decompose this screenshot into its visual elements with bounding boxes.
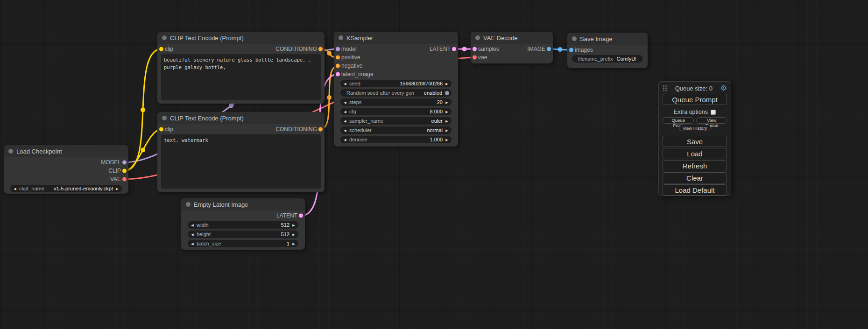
collapse-dot-icon[interactable] (162, 35, 167, 40)
output-dot-conditioning[interactable] (318, 47, 323, 51)
node-title-bar[interactable]: VAE Decode (471, 32, 553, 44)
arrow-left-icon[interactable]: ◀ (343, 138, 347, 141)
arrow-right-icon[interactable]: ▶ (291, 233, 296, 236)
collapse-dot-icon[interactable] (339, 35, 343, 40)
input-dot-vae[interactable] (473, 56, 477, 60)
node-title-bar[interactable]: Empty Latent Image (181, 198, 305, 210)
drag-handle-icon[interactable] (663, 85, 667, 91)
input-dot-clip[interactable] (159, 47, 163, 51)
node-load-checkpoint[interactable]: Load Checkpoint MODEL CLIP VAE ◀ ckpt_na… (4, 145, 128, 194)
widget-scheduler[interactable]: ◀ scheduler normal ▶ (340, 126, 452, 134)
arrow-left-icon[interactable]: ◀ (190, 224, 195, 227)
widget-filename-prefix[interactable]: filename_prefix ComfyUI (572, 55, 643, 63)
output-dot-image[interactable] (547, 47, 551, 51)
collapse-dot-icon[interactable] (475, 35, 480, 40)
node-ksampler[interactable]: KSampler model LATENT positive negative … (334, 32, 458, 147)
arrow-left-icon[interactable]: ◀ (343, 101, 347, 104)
output-slot-model: MODEL (4, 158, 128, 167)
arrow-left-icon[interactable]: ◀ (343, 119, 347, 123)
arrow-left-icon[interactable]: ◀ (190, 242, 195, 245)
arrow-right-icon[interactable]: ▶ (291, 224, 296, 227)
output-label-conditioning: CONDITIONING (275, 46, 317, 52)
widget-label: Random seed after every gen (346, 90, 414, 96)
widget-height[interactable]: ◀ height 512 ▶ (188, 231, 298, 238)
output-dot-vae[interactable] (122, 177, 127, 182)
widget-cfg[interactable]: ◀ cfg 8.000 ▶ (340, 108, 452, 115)
arrow-left-icon[interactable]: ◀ (13, 187, 17, 190)
prompt-textarea[interactable]: text, watermark (161, 134, 321, 189)
wire-dot-latent-output (462, 47, 467, 51)
load-default-button[interactable]: Load Default (663, 184, 727, 196)
input-dot-model[interactable] (336, 47, 340, 51)
output-label-latent: LATENT (276, 212, 297, 219)
widget-label: sampler_name (349, 118, 383, 124)
output-dot-model[interactable] (122, 161, 127, 165)
arrow-left-icon[interactable]: ◀ (343, 82, 347, 85)
input-dot-samples[interactable] (473, 47, 477, 51)
node-title-bar[interactable]: Save Image (567, 33, 648, 45)
widget-random-seed-toggle[interactable]: Random seed after every gen enabled (340, 89, 452, 97)
settings-gear-icon[interactable]: ⚙ (720, 84, 727, 92)
widget-value: ComfyUI (617, 56, 636, 62)
toggle-knob-icon[interactable] (445, 91, 449, 95)
arrow-right-icon[interactable]: ▶ (115, 187, 120, 190)
node-title-bar[interactable]: CLIP Text Encode (Prompt) (157, 32, 325, 44)
output-dot-latent[interactable] (452, 47, 456, 51)
save-button[interactable]: Save (663, 136, 727, 147)
input-dot-positive[interactable] (336, 56, 340, 60)
node-title-bar[interactable]: KSampler (334, 32, 458, 44)
collapse-dot-icon[interactable] (186, 202, 191, 207)
input-label-images: images (575, 47, 593, 53)
node-title: Save Image (580, 35, 612, 42)
view-queue-button[interactable]: View Queue (696, 117, 727, 124)
collapse-dot-icon[interactable] (162, 116, 167, 120)
arrow-right-icon[interactable]: ▶ (445, 82, 449, 85)
widget-steps[interactable]: ◀ steps 20 ▶ (340, 98, 452, 106)
input-dot-negative[interactable] (336, 64, 340, 68)
graph-canvas[interactable]: { "colors": { "model": "#B39DDB", "clip"… (0, 0, 868, 329)
arrow-left-icon[interactable]: ◀ (190, 233, 195, 236)
extra-options-row: Extra options (663, 108, 727, 116)
arrow-right-icon[interactable]: ▶ (445, 138, 449, 141)
widget-batch-size[interactable]: ◀ batch_size 1 ▶ (188, 240, 298, 247)
queue-front-button[interactable]: Queue Front (663, 117, 694, 124)
input-dot-clip[interactable] (159, 127, 163, 132)
view-history-button[interactable]: View History (679, 125, 711, 131)
node-clip-text-encode-positive[interactable]: CLIP Text Encode (Prompt) clip CONDITION… (157, 32, 325, 104)
widget-denoise[interactable]: ◀ denoise 1.000 ▶ (340, 136, 452, 143)
queue-prompt-button[interactable]: Queue Prompt (663, 94, 727, 105)
input-label-clip: clip (165, 46, 173, 52)
arrow-right-icon[interactable]: ▶ (445, 101, 449, 104)
output-dot-latent[interactable] (299, 214, 303, 218)
widget-label: cfg (349, 109, 356, 114)
arrow-right-icon[interactable]: ▶ (291, 242, 296, 245)
arrow-right-icon[interactable]: ▶ (445, 110, 449, 113)
arrow-right-icon[interactable]: ▶ (445, 119, 449, 123)
refresh-button[interactable]: Refresh (663, 160, 727, 171)
widget-seed[interactable]: ◀ seed 156680208700286 ▶ (340, 80, 452, 87)
collapse-dot-icon[interactable] (8, 149, 13, 154)
widget-ckpt-name[interactable]: ◀ ckpt_name v1-5-pruned-emaonly.ckpt ▶ (10, 185, 122, 192)
output-dot-clip[interactable] (122, 169, 127, 173)
arrow-left-icon[interactable]: ◀ (343, 110, 347, 113)
arrow-left-icon[interactable]: ◀ (343, 129, 347, 132)
node-empty-latent-image[interactable]: Empty Latent Image LATENT ◀ width 512 ▶ … (181, 198, 305, 250)
node-title-bar[interactable]: CLIP Text Encode (Prompt) (157, 112, 325, 124)
wire-dot-clip-negative (141, 148, 145, 153)
collapse-dot-icon[interactable] (572, 36, 577, 41)
widget-width[interactable]: ◀ width 512 ▶ (188, 221, 298, 229)
node-clip-text-encode-negative[interactable]: CLIP Text Encode (Prompt) clip CONDITION… (157, 112, 325, 192)
widget-value: 20 (365, 99, 443, 105)
widget-sampler-name[interactable]: ◀ sampler_name euler ▶ (340, 117, 452, 125)
prompt-textarea[interactable]: beautiful scenery nature glass bottle la… (161, 54, 321, 100)
clear-button[interactable]: Clear (663, 172, 727, 183)
input-dot-latent-image[interactable] (336, 72, 340, 77)
load-button[interactable]: Load (663, 148, 727, 159)
node-title-bar[interactable]: Load Checkpoint (4, 145, 128, 157)
arrow-right-icon[interactable]: ▶ (445, 129, 449, 132)
node-vae-decode[interactable]: VAE Decode samples IMAGE vae (471, 32, 553, 63)
output-dot-conditioning[interactable] (318, 127, 323, 132)
input-dot-images[interactable] (569, 48, 573, 52)
extra-options-checkbox[interactable] (711, 110, 716, 115)
node-save-image[interactable]: Save Image images filename_prefix ComfyU… (567, 33, 648, 68)
